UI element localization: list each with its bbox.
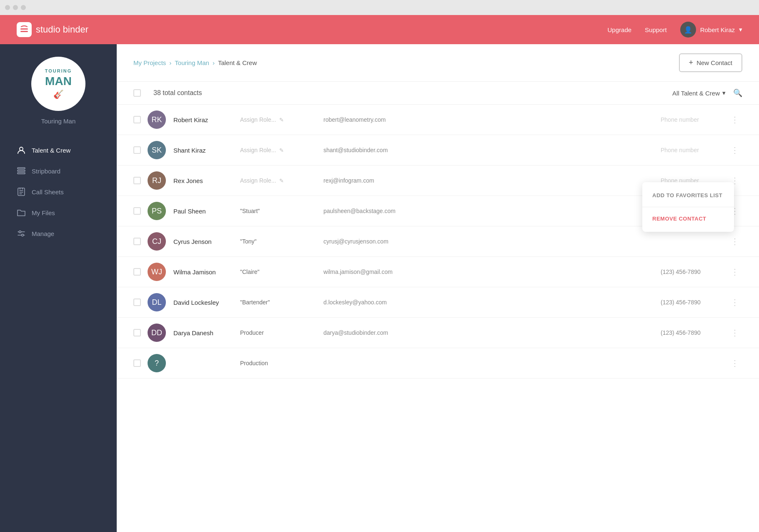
manage-icon (17, 229, 26, 238)
sidebar-nav: Talent & Crew Stripboard (0, 140, 117, 244)
svg-rect-6 (18, 188, 25, 196)
filter-label: All Talent & Crew (672, 90, 720, 97)
breadcrumb-touring-man[interactable]: Touring Man (175, 59, 209, 66)
more-options-button[interactable]: ⋮ (727, 235, 742, 248)
user-menu[interactable]: 👤 Robert Kiraz ▾ (680, 22, 742, 38)
breadcrumb: My Projects › Touring Man › Talent & Cre… (133, 59, 257, 66)
more-options-button[interactable]: ⋮ (727, 143, 742, 157)
project-logo-inner: TOURING MAN 🎸 (41, 64, 76, 104)
sidebar-item-label: Stripboard (32, 168, 60, 175)
more-options-button[interactable]: ⋮ (727, 265, 742, 279)
svg-rect-3 (18, 168, 25, 169)
my-files-icon (17, 208, 26, 217)
app-layout: TOURING MAN 🎸 Touring Man Talent & Crew (0, 44, 759, 532)
sidebar-item-label: Manage (32, 230, 54, 237)
row-checkbox[interactable] (133, 146, 141, 154)
sidebar-item-talent-crew[interactable]: Talent & Crew (8, 140, 108, 161)
contact-name: Paul Sheen (173, 208, 240, 215)
app-name-label: studio binder (36, 24, 88, 35)
contacts-list-header: 38 total contacts All Talent & Crew ▾ 🔍 (117, 82, 759, 105)
row-checkbox[interactable] (133, 177, 141, 184)
avatar: RK (148, 110, 166, 129)
edit-role-icon[interactable]: ✎ (279, 178, 284, 184)
avatar: RJ (148, 171, 166, 190)
sidebar-item-manage[interactable]: Manage (8, 223, 108, 244)
contact-email: darya@studiobinder.com (323, 329, 661, 336)
row-checkbox[interactable] (133, 359, 141, 367)
sidebar-item-my-files[interactable]: My Files (8, 202, 108, 223)
contact-email: d.lockesley@yahoo.com (323, 299, 661, 306)
app-logo[interactable]: studio binder (17, 22, 608, 37)
avatar: DD (148, 324, 166, 342)
row-checkbox[interactable] (133, 329, 141, 336)
titlebar-dot-3 (21, 5, 26, 10)
sidebar-item-label: Call Sheets (32, 188, 64, 196)
breadcrumb-my-projects[interactable]: My Projects (133, 59, 166, 66)
page-header: My Projects › Touring Man › Talent & Cre… (117, 44, 759, 82)
avatar: SK (148, 141, 166, 159)
breadcrumb-sep-2: › (213, 59, 215, 66)
contact-role[interactable]: "Tony" (240, 238, 323, 245)
contact-role[interactable]: Production (240, 360, 323, 366)
new-contact-button[interactable]: + New Contact (679, 53, 742, 72)
row-checkbox[interactable] (133, 207, 141, 215)
main-content: My Projects › Touring Man › Talent & Cre… (117, 44, 759, 532)
contact-role[interactable]: "Bartender" (240, 299, 323, 306)
contact-role[interactable]: Assign Role... ✎ (240, 177, 323, 184)
edit-role-icon[interactable]: ✎ (279, 117, 284, 123)
avatar: CJ (148, 232, 166, 251)
talent-crew-icon (17, 146, 26, 155)
breadcrumb-sep-1: › (169, 59, 171, 66)
row-checkbox[interactable] (133, 299, 141, 306)
svg-rect-4 (18, 170, 25, 171)
row-checkbox[interactable] (133, 268, 141, 276)
sidebar-item-stripboard[interactable]: Stripboard (8, 161, 108, 181)
contact-phone: (123) 456-7890 (661, 329, 727, 336)
contact-email: cyrusj@cyrusjenson.com (323, 238, 661, 245)
svg-rect-1 (20, 31, 28, 32)
contact-phone: Phone number (661, 116, 727, 123)
contact-name: David Lockesley (173, 299, 240, 306)
row-checkbox[interactable] (133, 238, 141, 245)
more-options-button[interactable]: ⋮ (727, 356, 742, 370)
logo-icon (17, 22, 32, 37)
contacts-list: RK Robert Kiraz Assign Role... ✎ robert@… (117, 105, 759, 532)
more-options-button[interactable]: ⋮ (727, 326, 742, 339)
sidebar-item-call-sheets[interactable]: Call Sheets (8, 181, 108, 202)
contact-email: rexj@infogram.com (323, 177, 661, 184)
row-checkbox[interactable] (133, 116, 141, 123)
svg-rect-0 (20, 28, 28, 30)
svg-point-10 (22, 234, 24, 236)
search-icon[interactable]: 🔍 (733, 88, 742, 98)
contact-role[interactable]: Assign Role... ✎ (240, 116, 323, 123)
edit-role-icon[interactable]: ✎ (279, 147, 284, 153)
contact-email: robert@leanometry.com (323, 116, 661, 123)
support-link[interactable]: Support (645, 26, 667, 33)
contact-role[interactable]: "Stuart" (240, 208, 323, 214)
contact-role[interactable]: Producer (240, 329, 323, 336)
titlebar (0, 0, 759, 15)
more-options-button[interactable]: ⋮ (727, 296, 742, 309)
table-row: DD Darya Danesh Producer darya@studiobin… (117, 318, 759, 348)
contact-role[interactable]: "Claire" (240, 269, 323, 275)
stripboard-icon (17, 166, 26, 176)
sidebar-item-label: My Files (32, 209, 55, 216)
contact-email: wilma.jamison@gmail.com (323, 269, 661, 275)
top-nav: studio binder Upgrade Support 👤 Robert K… (0, 15, 759, 44)
avatar: ? (148, 354, 166, 372)
contact-email: paulsheen@backstage.com (323, 208, 661, 214)
sidebar: TOURING MAN 🎸 Touring Man Talent & Crew (0, 44, 117, 532)
select-all-checkbox[interactable] (133, 89, 141, 97)
filter-dropdown[interactable]: All Talent & Crew ▾ (672, 89, 726, 97)
upgrade-link[interactable]: Upgrade (608, 26, 632, 33)
contact-name: Shant Kiraz (173, 147, 240, 154)
more-options-button[interactable]: ⋮ (727, 113, 742, 126)
contact-name: Wilma Jamison (173, 269, 240, 276)
contact-name: Robert Kiraz (173, 116, 240, 123)
table-row: WJ Wilma Jamison "Claire" wilma.jamison@… (117, 257, 759, 287)
remove-contact-menu-item[interactable]: REMOVE CONTACT (642, 209, 734, 228)
svg-point-2 (20, 147, 23, 151)
user-chevron-icon: ▾ (739, 26, 742, 33)
contact-role[interactable]: Assign Role... ✎ (240, 147, 323, 153)
add-to-favorites-menu-item[interactable]: ADD TO FAVORITES LIST (642, 186, 734, 205)
